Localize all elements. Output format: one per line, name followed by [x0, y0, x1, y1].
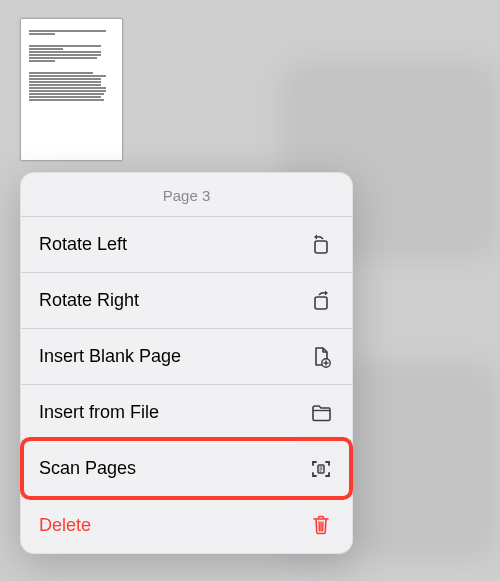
- menu-item-delete[interactable]: Delete: [21, 497, 352, 553]
- menu-item-rotate-left[interactable]: Rotate Left: [21, 217, 352, 273]
- folder-icon: [308, 402, 334, 424]
- rotate-left-icon: [308, 234, 334, 256]
- scan-icon: [308, 458, 334, 480]
- context-menu: Page 3 Rotate LeftRotate RightInsert Bla…: [20, 172, 353, 554]
- menu-title: Page 3: [21, 173, 352, 217]
- page-thumbnail[interactable]: [20, 18, 123, 161]
- menu-item-label: Insert Blank Page: [39, 346, 308, 367]
- menu-item-label: Delete: [39, 515, 308, 536]
- menu-item-rotate-right[interactable]: Rotate Right: [21, 273, 352, 329]
- menu-item-label: Scan Pages: [39, 458, 308, 479]
- menu-item-label: Insert from File: [39, 402, 308, 423]
- menu-item-label: Rotate Left: [39, 234, 308, 255]
- menu-item-label: Rotate Right: [39, 290, 308, 311]
- menu-item-insert-blank[interactable]: Insert Blank Page: [21, 329, 352, 385]
- menu-item-insert-file[interactable]: Insert from File: [21, 385, 352, 441]
- rotate-right-icon: [308, 290, 334, 312]
- menu-item-scan-pages[interactable]: Scan Pages: [21, 441, 352, 497]
- trash-icon: [308, 514, 334, 536]
- insert-blank-icon: [308, 346, 334, 368]
